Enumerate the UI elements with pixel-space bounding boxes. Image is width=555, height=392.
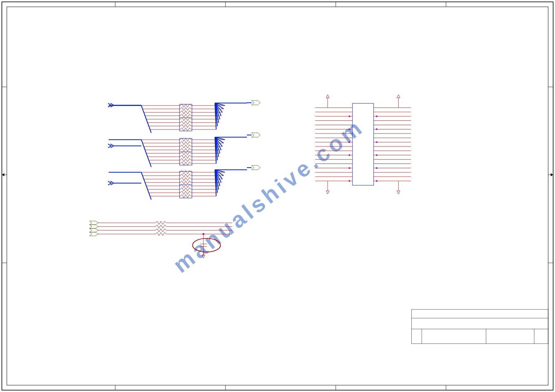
svg-point-106 xyxy=(376,115,378,117)
svg-marker-82 xyxy=(89,221,98,225)
svg-marker-91 xyxy=(89,232,98,236)
svg-marker-14 xyxy=(2,173,4,176)
svg-point-137 xyxy=(349,167,350,169)
svg-marker-75 xyxy=(252,165,260,170)
svg-marker-73 xyxy=(252,133,260,137)
svg-point-105 xyxy=(349,115,350,117)
junction-dot xyxy=(202,233,204,235)
schematic-canvas: manualshive.com xyxy=(0,0,555,392)
svg-marker-15 xyxy=(551,173,553,176)
svg-marker-71 xyxy=(252,101,260,105)
svg-marker-88 xyxy=(89,228,98,232)
svg-point-114 xyxy=(376,128,378,130)
svg-point-145 xyxy=(349,180,350,182)
svg-point-146 xyxy=(376,180,378,182)
svg-rect-155 xyxy=(412,309,548,344)
bus-network xyxy=(109,103,247,200)
bus-outputs xyxy=(247,101,260,170)
svg-marker-148 xyxy=(326,95,329,98)
svg-point-129 xyxy=(349,154,350,156)
bus-inputs xyxy=(108,103,141,185)
svg-marker-152 xyxy=(397,95,400,98)
svg-point-121 xyxy=(349,142,350,143)
svg-rect-98 xyxy=(353,103,374,185)
svg-point-122 xyxy=(376,142,378,143)
svg-marker-85 xyxy=(89,225,98,228)
svg-point-130 xyxy=(376,154,378,156)
svg-point-138 xyxy=(376,167,378,169)
title-block xyxy=(412,309,548,344)
svg-marker-150 xyxy=(326,191,329,194)
svg-marker-154 xyxy=(397,191,400,194)
watermark-text: manualshive.com xyxy=(169,114,369,277)
svg-point-113 xyxy=(349,128,350,130)
